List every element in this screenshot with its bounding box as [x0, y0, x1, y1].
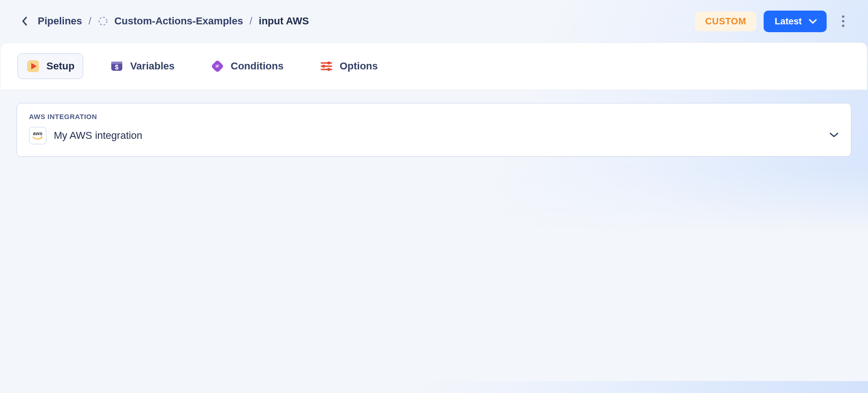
aws-logo-icon: aws — [29, 127, 46, 144]
empty-area — [0, 170, 868, 381]
aws-integration-section-label: AWS INTEGRATION — [29, 113, 839, 120]
aws-logo-text: aws — [33, 131, 43, 136]
svg-point-15 — [327, 68, 330, 71]
breadcrumb-current: input AWS — [259, 15, 309, 27]
svg-point-1 — [842, 15, 844, 17]
svg-point-3 — [842, 24, 844, 27]
play-icon — [26, 59, 40, 73]
aws-smile-icon — [33, 137, 43, 140]
breadcrumb-separator: / — [89, 15, 91, 27]
tabs-container: Setup $ Variables IF Conditions — [1, 42, 867, 90]
version-dropdown-label: Latest — [775, 16, 802, 27]
tab-label: Setup — [46, 60, 74, 72]
content-area: AWS INTEGRATION aws My AWS integration — [0, 90, 868, 170]
svg-point-2 — [842, 20, 844, 22]
more-menu-button[interactable] — [834, 12, 852, 30]
svg-point-0 — [99, 17, 107, 25]
chevron-down-icon — [808, 18, 817, 24]
tab-label: Options — [340, 60, 378, 72]
chevron-left-icon — [22, 16, 28, 26]
aws-integration-select-left: aws My AWS integration — [29, 127, 142, 144]
tab-label: Variables — [130, 60, 175, 72]
custom-badge: CUSTOM — [695, 11, 756, 31]
breadcrumb-separator: / — [250, 15, 252, 27]
tab-variables[interactable]: $ Variables — [101, 53, 184, 80]
tab-label: Conditions — [231, 60, 284, 72]
sliders-icon — [320, 59, 333, 73]
back-button[interactable] — [18, 15, 31, 28]
aws-integration-select[interactable]: aws My AWS integration — [29, 127, 839, 144]
top-actions: CUSTOM Latest — [695, 11, 852, 32]
svg-point-14 — [322, 65, 325, 68]
aws-integration-card: AWS INTEGRATION aws My AWS integration — [17, 103, 851, 157]
dollar-variable-icon: $ — [110, 59, 124, 73]
tab-conditions[interactable]: IF Conditions — [201, 53, 293, 80]
breadcrumb-root[interactable]: Pipelines — [38, 15, 82, 27]
if-condition-icon: IF — [211, 59, 224, 73]
tab-setup[interactable]: Setup — [17, 53, 83, 79]
breadcrumb: Pipelines / Custom-Actions-Examples / in… — [18, 15, 309, 28]
tab-options[interactable]: Options — [310, 53, 387, 80]
breadcrumb-project[interactable]: Custom-Actions-Examples — [114, 15, 243, 27]
project-placeholder-icon — [98, 16, 108, 26]
version-dropdown-button[interactable]: Latest — [764, 11, 827, 32]
chevron-down-icon — [829, 131, 839, 140]
aws-integration-selected-value: My AWS integration — [54, 130, 142, 142]
svg-text:IF: IF — [216, 64, 220, 68]
tabs: Setup $ Variables IF Conditions — [1, 43, 867, 90]
svg-point-13 — [327, 62, 330, 64]
top-bar: Pipelines / Custom-Actions-Examples / in… — [0, 0, 868, 42]
svg-text:$: $ — [115, 63, 119, 71]
kebab-icon — [842, 15, 845, 27]
